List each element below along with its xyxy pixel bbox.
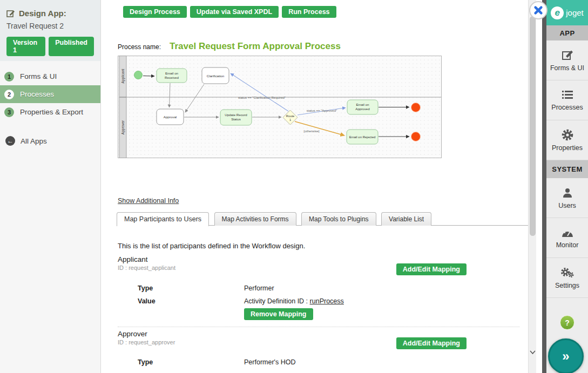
gears-icon	[560, 267, 575, 279]
nav-item-settings[interactable]: Settings	[546, 258, 588, 298]
nav-item-label: Forms & UI	[550, 64, 584, 72]
add-edit-mapping-button[interactable]: Add/Edit Mapping	[396, 263, 467, 275]
edge-label-approved-condition: status == "Approved"	[307, 109, 337, 112]
app-section-header: APP	[546, 25, 588, 40]
tab-map-tools-to-plugins[interactable]: Map Tools to Plugins	[301, 212, 376, 226]
run-process-button[interactable]: Run Process	[282, 6, 336, 18]
node-label: Approval	[164, 115, 177, 119]
nav-item-properties[interactable]: Properties	[546, 120, 588, 160]
value-label: Value	[138, 297, 156, 305]
gauge-icon	[561, 227, 574, 238]
end-node-approved	[411, 103, 421, 112]
close-icon	[533, 5, 543, 15]
design-app-sidebar: Design App: Travel Request 2 Version 1 P…	[0, 0, 101, 373]
edit-pencil-icon	[562, 49, 573, 61]
add-edit-mapping-button[interactable]: Add/Edit Mapping	[396, 337, 467, 349]
lane-label-applicant: Applicant	[121, 69, 125, 83]
edge-label-clarification-condition: status == "Clarification Required"	[238, 96, 286, 99]
start-node	[134, 71, 143, 79]
process-name-label: Process name:	[118, 43, 161, 51]
sidebar-item-properties-export[interactable]: 3 Properties & Export	[0, 103, 100, 121]
participant-id: ID : request_applicant	[118, 265, 175, 271]
close-panel-button[interactable]	[529, 1, 548, 19]
edit-pencil-icon	[6, 9, 15, 18]
tab-map-participants-to-users[interactable]: Map Participants to Users	[117, 212, 209, 226]
nav-item-label: Users	[558, 202, 576, 209]
nav-item-label: Settings	[555, 282, 579, 289]
type-value: Performer	[244, 284, 274, 292]
end-node-rejected	[411, 132, 421, 141]
vertical-scrollbar[interactable]	[528, 0, 536, 373]
node-label: Received	[165, 76, 179, 79]
joget-logo-text: joget	[566, 8, 584, 17]
scroll-down-arrow[interactable]	[529, 350, 536, 355]
nav-item-label: Properties	[552, 144, 583, 152]
sidebar-item-processes[interactable]: 2 Processes	[0, 85, 100, 103]
run-process-link[interactable]: runProcess	[310, 297, 344, 305]
lane-label-approver: Approver	[121, 120, 125, 134]
tab-variable-list[interactable]: Variable List	[381, 212, 431, 226]
user-icon	[562, 187, 573, 199]
design-app-title: Design App:	[19, 9, 66, 18]
process-toolbar: Design Process Update via Saved XPDL Run…	[123, 6, 336, 18]
type-value: Performer's HOD	[244, 358, 295, 366]
app-name: Travel Request 2	[6, 22, 94, 30]
node-label: Update Record	[225, 113, 247, 117]
all-apps-link[interactable]: ← All Apps	[0, 136, 100, 146]
node-label: 1	[289, 118, 291, 121]
design-process-button[interactable]: Design Process	[123, 6, 187, 18]
participants-description: This is the list of participants defined…	[118, 242, 305, 250]
step-number-badge: 2	[4, 90, 14, 99]
version-badge[interactable]: Version 1	[6, 37, 45, 56]
help-button[interactable]: ?	[560, 315, 575, 330]
node-label: Route	[286, 114, 294, 118]
double-chevron-right-icon: »	[562, 349, 569, 364]
show-additional-info-link[interactable]: Show Additional Info	[118, 197, 179, 205]
node-label: Email on Rejected	[349, 135, 376, 139]
design-app-header: Design App: Travel Request 2 Version 1 P…	[0, 0, 100, 61]
remove-mapping-button[interactable]: Remove Mapping	[244, 308, 313, 320]
type-label: Type	[138, 358, 153, 366]
sidebar-item-label: Processes	[20, 90, 54, 98]
nav-item-processes[interactable]: Processes	[546, 80, 588, 120]
workflow-diagram: Applicant Approver status == "Clarificat…	[118, 56, 442, 158]
nav-item-users[interactable]: Users	[546, 178, 588, 218]
update-xpdl-button[interactable]: Update via Saved XPDL	[190, 6, 279, 18]
joget-logo-icon: e	[551, 6, 564, 19]
value-row: Activity Definition ID : runProcess	[244, 297, 344, 305]
node-label: Email on	[356, 103, 369, 106]
design-steps-nav: 1 Forms & UI 2 Processes 3 Properties & …	[0, 67, 100, 121]
joget-nav-sidebar: e joget APP Forms & UI Processes	[546, 0, 588, 373]
process-name-heading: Travel Request Form Approval Process	[170, 41, 341, 52]
joget-logo: e joget	[546, 0, 588, 25]
nav-item-monitor[interactable]: Monitor	[546, 218, 588, 258]
participant-divider	[118, 327, 519, 327]
published-badge[interactable]: Published	[49, 37, 94, 56]
edge-label-otherwise: [otherwise]	[303, 130, 319, 133]
node-label: Email on	[165, 71, 179, 75]
sidebar-edge-strip	[542, 0, 546, 373]
type-label: Type	[138, 284, 153, 292]
system-section-header: SYSTEM	[546, 160, 588, 178]
nav-item-label: Monitor	[556, 241, 579, 249]
mapping-tabs: Map Participants to Users Map Activities…	[117, 212, 528, 226]
participant-id: ID : request_approver	[118, 339, 175, 345]
all-apps-label: All Apps	[21, 137, 47, 145]
nav-item-forms-ui[interactable]: Forms & UI	[546, 40, 588, 80]
tab-map-activities-to-forms[interactable]: Map Activities to Forms	[214, 212, 296, 226]
sidebar-item-forms-ui[interactable]: 1 Forms & UI	[0, 67, 100, 85]
process-design-main: Design Process Update via Saved XPDL Run…	[102, 0, 528, 373]
scrollbar-thumb[interactable]	[530, 16, 536, 236]
nav-item-label: Processes	[551, 104, 583, 111]
activity-definition-id-text: Activity Definition ID :	[244, 297, 308, 305]
list-icon	[562, 90, 573, 100]
collapse-panel-button[interactable]: »	[548, 338, 584, 373]
gear-icon	[562, 129, 573, 141]
sidebar-item-label: Properties & Export	[20, 108, 83, 116]
back-arrow-icon: ←	[5, 136, 15, 146]
step-number-badge: 1	[4, 72, 14, 82]
process-name-row: Process name: Travel Request Form Approv…	[118, 41, 341, 52]
node-label: Approved	[355, 107, 370, 111]
sidebar-item-label: Forms & UI	[20, 72, 57, 80]
participant-name: Approver	[118, 330, 147, 338]
